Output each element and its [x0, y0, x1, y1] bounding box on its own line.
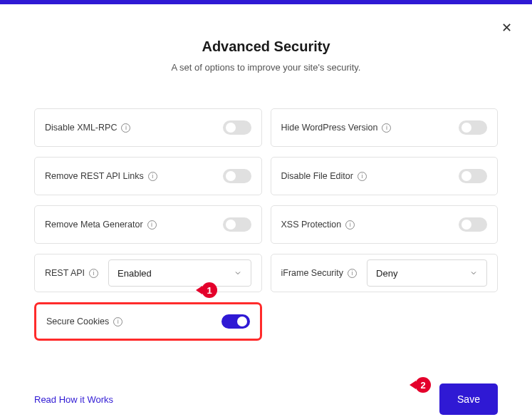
save-button[interactable]: Save	[439, 383, 498, 415]
toggle-xss-protection[interactable]	[459, 217, 487, 232]
footer: Read How it Works Save	[0, 383, 532, 415]
close-icon[interactable]: ✕	[501, 20, 512, 36]
help-link[interactable]: Read How it Works	[34, 394, 113, 405]
option-label: XSS Protection	[281, 220, 342, 230]
option-iframe-security: iFrame Security i Deny	[271, 254, 499, 292]
option-disable-xmlrpc: Disable XML-RPC i	[34, 108, 262, 147]
info-icon[interactable]: i	[382, 123, 391, 133]
option-label: REST API	[45, 268, 85, 278]
option-label: iFrame Security	[281, 268, 344, 278]
info-icon[interactable]: i	[147, 220, 157, 230]
option-label: Disable XML-RPC	[45, 123, 117, 133]
option-hide-wp-version: Hide WordPress Version i	[271, 108, 499, 147]
annotation-callout-1: 1	[202, 282, 217, 298]
option-label: Remove Meta Generator	[45, 220, 143, 230]
option-remove-meta-gen: Remove Meta Generator i	[34, 205, 262, 244]
info-icon[interactable]: i	[348, 269, 357, 278]
top-accent-bar	[0, 0, 532, 4]
toggle-remove-meta-gen[interactable]	[223, 217, 251, 232]
option-label: Remove REST API Links	[45, 171, 144, 181]
option-xss-protection: XSS Protection i	[271, 205, 499, 244]
toggle-remove-rest-links[interactable]	[223, 169, 251, 183]
option-secure-cookies: Secure Cookies i	[34, 302, 262, 341]
annotation-callout-2: 2	[415, 377, 431, 393]
info-icon[interactable]: i	[121, 123, 130, 133]
option-remove-rest-links: Remove REST API Links i	[34, 157, 262, 195]
info-icon[interactable]: i	[345, 220, 355, 230]
option-label: Disable File Editor	[281, 171, 353, 181]
page-title: Advanced Security	[0, 38, 532, 55]
option-label: Secure Cookies	[46, 316, 109, 326]
info-icon[interactable]: i	[148, 172, 157, 181]
options-grid: Disable XML-RPC i Hide WordPress Version…	[0, 108, 532, 341]
option-disable-file-editor: Disable File Editor i	[271, 157, 499, 195]
toggle-disable-file-editor[interactable]	[459, 169, 487, 183]
info-icon[interactable]: i	[89, 269, 98, 278]
select-value: Enabled	[118, 268, 152, 279]
toggle-hide-wp-version[interactable]	[459, 120, 487, 135]
chevron-down-icon	[234, 269, 242, 277]
page-subtitle: A set of options to improve your site's …	[0, 62, 532, 73]
chevron-down-icon	[469, 269, 478, 277]
option-rest-api: REST API i Enabled	[34, 254, 262, 292]
toggle-secure-cookies[interactable]	[221, 314, 250, 329]
select-value: Deny	[376, 268, 397, 279]
header: Advanced Security A set of options to im…	[0, 38, 532, 73]
select-iframe-security[interactable]: Deny	[367, 259, 487, 287]
option-label: Hide WordPress Version	[281, 123, 378, 133]
select-rest-api[interactable]: Enabled	[108, 259, 251, 287]
info-icon[interactable]: i	[113, 317, 122, 326]
info-icon[interactable]: i	[358, 172, 367, 181]
toggle-disable-xmlrpc[interactable]	[223, 120, 251, 135]
